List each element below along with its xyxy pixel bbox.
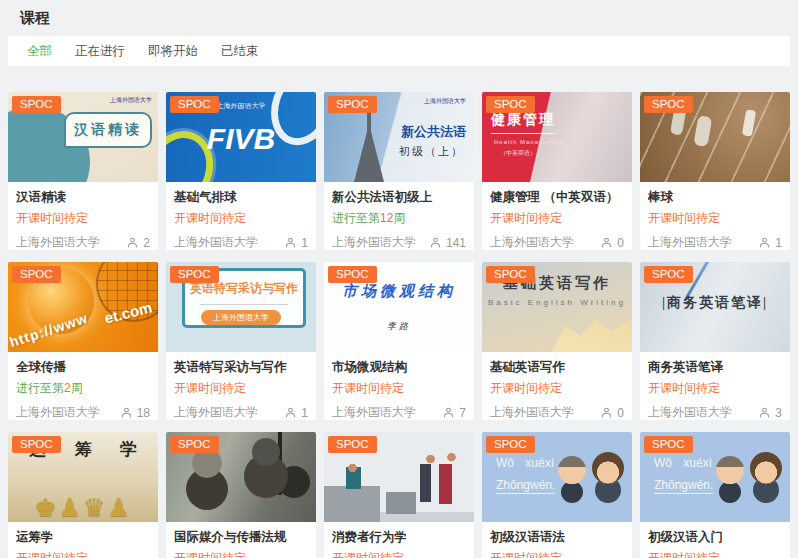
student-count: 0 xyxy=(617,236,624,250)
course-footer: 上海外国语大学 0 xyxy=(490,234,624,250)
page-header: 课程 xyxy=(0,0,798,36)
student-count: 0 xyxy=(617,406,624,420)
course-card-body: 全球传播 进行至第2周 上海外国语大学 18 xyxy=(8,352,158,420)
spoc-badge: SPOC xyxy=(328,436,377,453)
course-status: 开课时间待定 xyxy=(332,550,466,558)
tab-in-progress[interactable]: 正在进行 xyxy=(75,43,125,60)
spoc-badge: SPOC xyxy=(486,96,535,113)
student-count: 7 xyxy=(459,406,466,420)
course-card-body: 新公共法语初级上 进行至第12周 上海外国语大学 141 xyxy=(324,182,474,250)
course-card-body: 基础英语写作 开课时间待定 上海外国语大学 0 xyxy=(482,352,632,420)
course-card[interactable]: SPOC Wǒ xuéxíZhōngwén. 初级汉语入门 开课时间待定 xyxy=(640,432,790,558)
course-card[interactable]: SPOC 市场微观结构李路 市场微观结构 开课时间待定 上海外国语大学 7 xyxy=(324,262,474,420)
course-title: 新公共法语初级上 xyxy=(332,189,466,205)
tab-all[interactable]: 全部 xyxy=(27,43,52,60)
course-footer: 上海外国语大学 1 xyxy=(174,404,308,420)
thumbnail-text: Zhōngwén. xyxy=(654,478,713,494)
course-thumbnail: SPOC 上海外国语大学FIVB xyxy=(166,92,316,182)
course-card[interactable]: SPOC 上海外国语大学FIVB 基础气排球 开课时间待定 上海外国语大学 1 xyxy=(166,92,316,250)
course-title: 英语特写采访与写作 xyxy=(174,359,308,375)
course-title: 全球传播 xyxy=(16,359,150,375)
course-card-body: 初级汉语入门 开课时间待定 xyxy=(640,522,790,558)
course-status: 开课时间待定 xyxy=(16,550,150,558)
student-count: 3 xyxy=(775,406,782,420)
course-title: 国际媒介与传播法规 xyxy=(174,529,308,545)
course-card[interactable]: SPOC 健康管理Health Management（中英双语） 健康管理 （中… xyxy=(482,92,632,250)
course-status: 开课时间待定 xyxy=(648,210,782,225)
student-count: 1 xyxy=(301,406,308,420)
spoc-badge: SPOC xyxy=(170,96,219,113)
spoc-badge: SPOC xyxy=(12,436,61,453)
student-count-group: 141 xyxy=(429,236,466,250)
person-icon xyxy=(120,406,133,419)
course-thumbnail: SPOC 基础英语写作Basic English Writing xyxy=(482,262,632,352)
person-icon xyxy=(126,236,139,249)
course-card[interactable]: SPOC 上海外国语大学汉语精读 汉语精读 开课时间待定 上海外国语大学 2 xyxy=(8,92,158,250)
course-thumbnail: SPOC http://wwwet.com xyxy=(8,262,158,352)
course-university: 上海外国语大学 xyxy=(174,404,258,420)
course-card-body: 汉语精读 开课时间待定 上海外国语大学 2 xyxy=(8,182,158,250)
spoc-badge: SPOC xyxy=(328,266,377,283)
course-card[interactable]: SPOC |商务英语笔译| 商务英语笔译 开课时间待定 上海外国语大学 3 xyxy=(640,262,790,420)
course-card-body: 消费者行为学 开课时间待定 xyxy=(324,522,474,558)
thumbnail-text: Wǒ xuéxí xyxy=(496,456,554,470)
course-card[interactable]: SPOC 消费者行为学 开课时间待定 xyxy=(324,432,474,558)
course-thumbnail: SPOC xyxy=(324,432,474,522)
spoc-badge: SPOC xyxy=(486,436,535,453)
student-count: 18 xyxy=(137,406,150,420)
student-count-group: 0 xyxy=(600,406,624,420)
course-status: 开课时间待定 xyxy=(174,550,308,558)
course-status: 开课时间待定 xyxy=(16,210,150,225)
course-card[interactable]: SPOC 国际媒介与传播法规 开课时间待定 xyxy=(166,432,316,558)
course-university: 上海外国语大学 xyxy=(174,234,258,250)
course-footer: 上海外国语大学 2 xyxy=(16,234,150,250)
course-university: 上海外国语大学 xyxy=(16,234,100,250)
course-thumbnail: SPOC Wǒ xuéxíZhōngwén. xyxy=(640,432,790,522)
course-card[interactable]: SPOC 运 筹 学♚♟♛♟ 运筹学 开课时间待定 xyxy=(8,432,158,558)
course-title: 基础英语写作 xyxy=(490,359,624,375)
course-title: 健康管理 （中英双语） xyxy=(490,189,624,205)
tab-upcoming[interactable]: 即将开始 xyxy=(148,43,198,60)
spoc-badge: SPOC xyxy=(644,436,693,453)
course-footer: 上海外国语大学 18 xyxy=(16,404,150,420)
course-card-body: 棒球 开课时间待定 上海外国语大学 1 xyxy=(640,182,790,250)
tab-ended[interactable]: 已结束 xyxy=(221,43,259,60)
person-icon xyxy=(284,406,297,419)
thumbnail-text: |商务英语笔译| xyxy=(640,294,790,312)
course-status: 开课时间待定 xyxy=(174,380,308,395)
course-card-body: 健康管理 （中英双语） 开课时间待定 上海外国语大学 0 xyxy=(482,182,632,250)
thumbnail-text: 汉语精读 xyxy=(64,112,152,148)
course-status: 进行至第12周 xyxy=(332,210,466,225)
course-card-body: 初级汉语语法 开课时间待定 xyxy=(482,522,632,558)
course-card[interactable]: SPOC 基础英语写作Basic English Writing 基础英语写作 … xyxy=(482,262,632,420)
thumbnail-text: 健康管理 xyxy=(491,111,555,134)
thumbnail-text: Health Management xyxy=(494,139,565,145)
thumbnail-text: Basic English Writing xyxy=(482,298,632,307)
course-card[interactable]: SPOC 英语特写采访与写作上海外国语大学 英语特写采访与写作 开课时间待定 上… xyxy=(166,262,316,420)
thumbnail-text: 上海外国语大学 xyxy=(110,96,152,105)
course-grid: SPOC 上海外国语大学汉语精读 汉语精读 开课时间待定 上海外国语大学 2 S… xyxy=(8,92,790,558)
course-footer: 上海外国语大学 7 xyxy=(332,404,466,420)
course-card[interactable]: SPOC 上海外国语大学新公共法语初级（上） 新公共法语初级上 进行至第12周 … xyxy=(324,92,474,250)
course-card[interactable]: SPOC Wǒ xuéxíZhōngwén. 初级汉语语法 开课时间待定 xyxy=(482,432,632,558)
course-status: 开课时间待定 xyxy=(648,380,782,395)
course-university: 上海外国语大学 xyxy=(490,234,574,250)
course-university: 上海外国语大学 xyxy=(648,404,732,420)
course-thumbnail: SPOC 运 筹 学♚♟♛♟ xyxy=(8,432,158,522)
course-thumbnail: SPOC Wǒ xuéxíZhōngwén. xyxy=(482,432,632,522)
spoc-badge: SPOC xyxy=(170,436,219,453)
thumbnail-text: 李路 xyxy=(324,320,474,333)
course-status: 开课时间待定 xyxy=(490,550,624,558)
thumbnail-text: 市场微观结构 xyxy=(324,282,474,301)
person-icon xyxy=(442,406,455,419)
course-card[interactable]: SPOC http://wwwet.com 全球传播 进行至第2周 上海外国语大… xyxy=(8,262,158,420)
course-thumbnail: SPOC 健康管理Health Management（中英双语） xyxy=(482,92,632,182)
course-title: 市场微观结构 xyxy=(332,359,466,375)
course-university: 上海外国语大学 xyxy=(332,234,416,250)
course-card[interactable]: SPOC 棒球 开课时间待定 上海外国语大学 1 xyxy=(640,92,790,250)
spoc-badge: SPOC xyxy=(644,266,693,283)
course-status: 开课时间待定 xyxy=(490,380,624,395)
thumbnail-text: et.com xyxy=(102,298,153,326)
spoc-badge: SPOC xyxy=(644,96,693,113)
course-thumbnail: SPOC xyxy=(166,432,316,522)
